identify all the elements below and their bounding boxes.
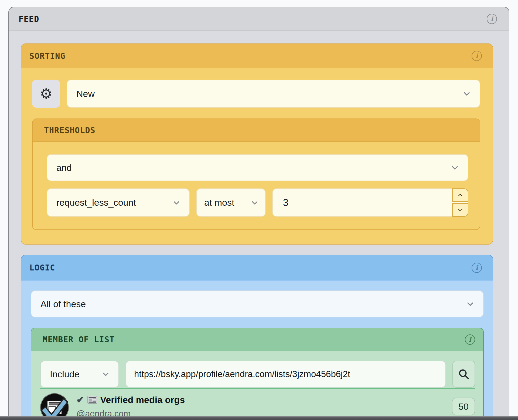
include-select[interactable]: Include bbox=[40, 361, 119, 388]
sorting-section: SORTING i ⚙ New bbox=[21, 43, 493, 245]
sorting-title: SORTING bbox=[29, 51, 65, 61]
info-icon[interactable]: i bbox=[472, 51, 482, 61]
window-edge-strip bbox=[0, 416, 518, 420]
chevron-down-icon bbox=[457, 206, 464, 214]
sorting-body: ⚙ New THRESHOLDS bbox=[21, 68, 493, 244]
threshold-operator-select[interactable]: and bbox=[47, 154, 468, 181]
list-url-input[interactable] bbox=[125, 361, 446, 388]
threshold-value-field[interactable] bbox=[273, 197, 449, 208]
chevron-down-icon bbox=[250, 198, 259, 207]
logic-header: LOGIC i bbox=[21, 255, 493, 280]
member-of-list-header: MEMBER OF LIST i bbox=[31, 328, 483, 351]
newspaper-icon bbox=[87, 395, 97, 404]
gear-icon: ⚙ bbox=[40, 87, 53, 101]
member-count-badge: 50 bbox=[452, 398, 475, 415]
threshold-operator-value: and bbox=[56, 162, 72, 173]
sort-select[interactable]: New bbox=[67, 80, 480, 108]
threshold-field-value: request_less_count bbox=[56, 197, 136, 208]
feed-card: FEED i SORTING i ⚙ New bbox=[8, 7, 509, 420]
info-icon[interactable]: i bbox=[487, 14, 497, 24]
number-spinner bbox=[452, 188, 468, 217]
chevron-down-icon bbox=[101, 370, 110, 379]
sort-settings-button[interactable]: ⚙ bbox=[32, 80, 60, 108]
feed-title: FEED bbox=[19, 14, 39, 24]
info-icon[interactable]: i bbox=[472, 263, 482, 273]
thresholds-header: THRESHOLDS bbox=[33, 119, 480, 142]
feed-header: FEED i bbox=[9, 7, 509, 31]
logic-body: All of these MEMBER OF LIST i Inclu bbox=[21, 280, 493, 420]
logic-match-value: All of these bbox=[40, 299, 86, 309]
logic-section: LOGIC i All of these MEMBER OF LIST i bbox=[21, 255, 493, 420]
chevron-up-icon bbox=[457, 192, 464, 199]
divider bbox=[40, 388, 475, 389]
threshold-comparator-value: at most bbox=[204, 197, 234, 208]
thresholds-title: THRESHOLDS bbox=[44, 126, 96, 135]
chevron-down-icon bbox=[462, 89, 472, 99]
logic-match-select[interactable]: All of these bbox=[31, 290, 484, 317]
member-of-list-title: MEMBER OF LIST bbox=[43, 335, 115, 344]
feed-card-body: SORTING i ⚙ New bbox=[9, 31, 509, 420]
chevron-down-icon bbox=[450, 163, 460, 172]
check-icon: ✔ bbox=[76, 394, 84, 405]
list-url-field[interactable] bbox=[126, 369, 445, 379]
thresholds-body: and request_less_count bbox=[33, 142, 480, 229]
search-button[interactable] bbox=[452, 361, 475, 388]
threshold-field-select[interactable]: request_less_count bbox=[47, 188, 190, 217]
sorting-header: SORTING i bbox=[21, 44, 493, 68]
member-count: 50 bbox=[458, 401, 469, 412]
list-item-text: ✔ bbox=[76, 393, 185, 419]
search-icon bbox=[458, 368, 470, 380]
logic-title: LOGIC bbox=[29, 263, 55, 272]
spinner-down-button[interactable] bbox=[452, 203, 468, 217]
chevron-down-icon bbox=[172, 198, 181, 207]
info-icon[interactable]: i bbox=[465, 334, 475, 345]
threshold-comparator-select[interactable]: at most bbox=[196, 188, 266, 217]
thresholds-section: THRESHOLDS and request_less_count bbox=[32, 118, 480, 230]
member-of-list-body: Include bbox=[31, 351, 483, 420]
spinner-up-button[interactable] bbox=[452, 188, 468, 202]
sort-select-value: New bbox=[76, 89, 95, 99]
member-of-list-section: MEMBER OF LIST i Include bbox=[31, 328, 484, 420]
chevron-down-icon bbox=[465, 299, 475, 309]
list-item-title: Verified media orgs bbox=[100, 395, 185, 405]
threshold-value-input[interactable] bbox=[272, 188, 468, 217]
include-select-value: Include bbox=[50, 369, 80, 380]
